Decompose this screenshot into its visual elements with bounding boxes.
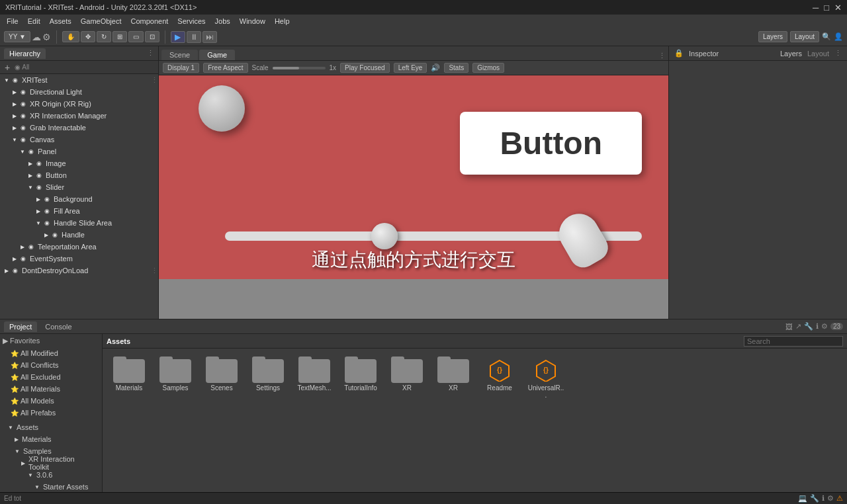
search-icon[interactable]: 🔍 (822, 32, 831, 41)
play-focused-btn[interactable]: Play Focused (340, 63, 390, 73)
asset-item-xr[interactable]: XR (386, 354, 428, 401)
project-tab[interactable]: Project (4, 321, 37, 332)
combined-tool[interactable]: ⊡ (145, 31, 159, 42)
aspect-dropdown[interactable]: Free Aspect (203, 63, 247, 73)
eye-dropdown[interactable]: Left Eye (394, 63, 427, 73)
stats-btn[interactable]: Stats (444, 63, 468, 73)
audio-icon[interactable]: 🔊 (431, 63, 440, 72)
status-icon-1[interactable]: 💻 (798, 494, 807, 503)
scale-slider[interactable] (273, 67, 326, 69)
hierarchy-item-dirlight[interactable]: ▶◉Directional Light (0, 86, 158, 98)
hierarchy-item-teleportarea[interactable]: ▶◉Teleportation Area (0, 241, 158, 253)
favorites-item-all-materials[interactable]: ⭐All Materials (0, 383, 102, 395)
bottom-icon-2[interactable]: ↗ (795, 322, 801, 331)
hierarchy-item-dontdestroy[interactable]: ▶◉DontDestroyOnLoad⋮ (0, 265, 158, 276)
menu-item-window[interactable]: Window (236, 17, 269, 26)
layout-inspector-btn[interactable]: Layout (807, 50, 829, 58)
lock-icon[interactable]: 🔒 (674, 49, 684, 58)
asset-item-tutorialinfo[interactable]: TutorialInfo (339, 354, 382, 401)
bottom-icon-3[interactable]: 🔧 (804, 322, 813, 331)
play-button[interactable]: ▶ (171, 31, 185, 43)
rotate-tool[interactable]: ↻ (97, 31, 111, 42)
status-icon-5[interactable]: ⚠ (836, 494, 843, 503)
layers-button[interactable]: Layers (758, 31, 787, 42)
hierarchy-item-grab[interactable]: ▶◉Grab Interactable (0, 122, 158, 134)
hierarchy-item-eventsystem[interactable]: ▶◉EventSystem (0, 253, 158, 265)
hierarchy-item-handle[interactable]: ▶◉Handle (0, 229, 158, 241)
menu-item-file[interactable]: File (3, 17, 22, 26)
close-button[interactable]: ✕ (834, 3, 842, 13)
hierarchy-item-button[interactable]: ▶◉Button (0, 169, 158, 181)
titlebar-controls[interactable]: ─ □ ✕ (813, 3, 842, 13)
hierarchy-tab[interactable]: Hierarchy (4, 48, 46, 59)
favorites-item-all-conflicts[interactable]: ⭐All Conflicts (0, 359, 102, 371)
asset-item-samples[interactable]: Samples (154, 354, 197, 401)
svg-text:{}: {} (497, 366, 502, 374)
asset-item-textmesh...[interactable]: TextMesh... (293, 354, 335, 401)
inspector-more[interactable]: ⋮ (834, 49, 842, 58)
bottom-icon-1[interactable]: 🖼 (785, 323, 793, 331)
favorites-item-all-prefabs[interactable]: ⭐All Prefabs (0, 407, 102, 419)
tree-more-dontdestroy[interactable]: ⋮ (151, 267, 158, 275)
hierarchy-more[interactable]: ⋮ (147, 49, 154, 58)
bottom-icon-4[interactable]: ℹ (816, 322, 819, 331)
status-icon-4[interactable]: ⚙ (827, 494, 834, 503)
menu-item-help[interactable]: Help (271, 17, 294, 26)
layers-inspector-btn[interactable]: Layers (780, 50, 802, 58)
status-icon-3[interactable]: ℹ (822, 494, 825, 503)
game-tab[interactable]: Game (199, 50, 235, 60)
scene-tab[interactable]: Scene (161, 50, 198, 60)
layout-button[interactable]: Layout (790, 31, 819, 42)
bottom-icon-5[interactable]: ⚙ (821, 322, 828, 331)
settings-icon[interactable]: ⚙ (42, 32, 51, 42)
asset-item-materials[interactable]: Materials (108, 354, 150, 401)
hierarchy-item-panel[interactable]: ▼◉Panel (0, 146, 158, 157)
asset-item-universalr...[interactable]: {} UniversalR... (525, 354, 567, 401)
hierarchy-add-button[interactable]: + (3, 63, 12, 72)
hierarchy-item-xrorigin[interactable]: ▶◉XR Origin (XR Rig) (0, 98, 158, 110)
asset-item-xr[interactable]: XR (432, 354, 474, 401)
assets-search-input[interactable] (744, 336, 843, 347)
pause-button[interactable]: ⏸ (187, 31, 201, 43)
assets-tree-item[interactable]: ▶Materials (3, 433, 99, 445)
status-icon-2[interactable]: 🔧 (810, 494, 819, 503)
hierarchy-item-fillarea[interactable]: ▶◉Fill Area (0, 205, 158, 217)
minimize-button[interactable]: ─ (813, 3, 819, 13)
hierarchy-item-image[interactable]: ▶◉Image (0, 157, 158, 169)
asset-item-settings[interactable]: Settings (247, 354, 289, 401)
favorites-item-all-models[interactable]: ⭐All Models (0, 395, 102, 407)
favorites-header[interactable]: ▶ Favorites (0, 334, 102, 347)
view-more[interactable]: ⋮ (658, 52, 666, 60)
hierarchy-item-handleslide[interactable]: ▼◉Handle Slide Area (0, 217, 158, 229)
yy-dropdown[interactable]: YY ▼ (4, 31, 30, 42)
menu-item-component[interactable]: Component (126, 17, 172, 26)
menu-item-services[interactable]: Services (173, 17, 209, 26)
favorites-item-all-excluded[interactable]: ⭐All Excluded (0, 371, 102, 383)
maximize-button[interactable]: □ (824, 3, 829, 13)
move-tool[interactable]: ✥ (81, 31, 95, 42)
assets-tree-item[interactable]: ▶XR Interaction Toolkit (3, 457, 99, 469)
hierarchy-item-xritest[interactable]: ▼◉XRITest⋮ (0, 74, 158, 86)
assets-tree-item[interactable]: ▼Assets (3, 421, 99, 433)
hierarchy-item-canvas[interactable]: ▼◉Canvas (0, 134, 158, 146)
favorites-item-all-modified[interactable]: ⭐All Modified (0, 347, 102, 359)
asset-item-readme[interactable]: {} Readme (478, 354, 521, 401)
console-tab[interactable]: Console (40, 321, 77, 332)
step-button[interactable]: ⏭ (202, 31, 217, 43)
gizmos-btn[interactable]: Gizmos (472, 63, 504, 73)
scale-tool[interactable]: ⊞ (112, 31, 127, 42)
asset-item-scenes[interactable]: Scenes (201, 354, 243, 401)
rect-tool[interactable]: ▭ (128, 31, 144, 42)
tree-more-xritest[interactable]: ⋮ (151, 76, 158, 85)
hierarchy-item-background[interactable]: ▶◉Background (0, 193, 158, 205)
assets-tree-item[interactable]: ▼Starter Assets (3, 481, 99, 492)
menu-item-assets[interactable]: Assets (46, 17, 75, 26)
display-dropdown[interactable]: Display 1 (163, 63, 199, 73)
menu-item-edit[interactable]: Edit (24, 17, 44, 26)
hierarchy-item-xrim[interactable]: ▶◉XR Interaction Manager (0, 110, 158, 122)
hierarchy-item-slider[interactable]: ▼◉Slider (0, 181, 158, 193)
menu-item-jobs[interactable]: Jobs (211, 17, 234, 26)
game-subtitle: 通过点触的方式进行交互 (312, 247, 515, 273)
hand-tool[interactable]: ✋ (62, 31, 79, 42)
menu-item-gameobject[interactable]: GameObject (77, 17, 126, 26)
